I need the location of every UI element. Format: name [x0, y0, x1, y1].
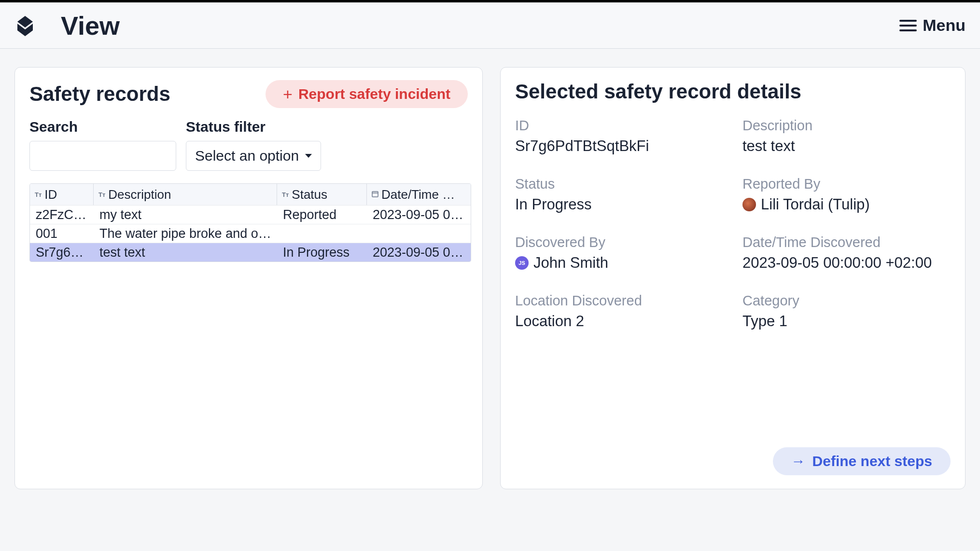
svg-rect-3 [372, 192, 378, 197]
define-button-label: Define next steps [812, 453, 932, 469]
field-category: Category Type 1 [742, 293, 951, 330]
table-row[interactable]: z2FzC… my text Reported 2023-09-05 0… [30, 205, 471, 224]
table-row[interactable]: 001 The water pipe broke and o… [30, 224, 471, 243]
safety-records-panel: Safety records + Report safety incident … [14, 67, 483, 489]
field-status: Status In Progress [515, 176, 723, 213]
text-type-icon: Tт [35, 191, 42, 198]
status-filter-placeholder: Select an option [195, 148, 299, 164]
record-details-panel: Selected safety record details ID Sr7g6P… [500, 67, 966, 489]
column-header-status[interactable]: Tт Status [277, 184, 367, 205]
app-logo [14, 15, 36, 36]
records-table: Tт ID Tт Description Tт Status Date/Time… [29, 183, 471, 262]
field-reported-by: Reported By Lili Tordai (Tulip) [742, 176, 951, 213]
column-header-date[interactable]: Date/Time … [367, 184, 471, 205]
plus-icon: + [283, 86, 293, 102]
table-header-row: Tт ID Tт Description Tт Status Date/Time… [30, 184, 471, 205]
column-header-description[interactable]: Tт Description [94, 184, 277, 205]
field-id: ID Sr7g6PdTBtSqtBkFi [515, 118, 723, 155]
menu-label: Menu [923, 16, 966, 35]
avatar: JS [515, 256, 529, 270]
field-date-discovered: Date/Time Discovered 2023-09-05 00:00:00… [742, 234, 951, 272]
search-label: Search [29, 119, 176, 135]
details-title: Selected safety record details [515, 80, 951, 103]
status-filter-group: Status filter Select an option [186, 119, 321, 171]
avatar [742, 198, 756, 211]
column-header-id[interactable]: Tт ID [30, 184, 94, 205]
search-input[interactable] [29, 141, 176, 171]
hamburger-icon [899, 20, 917, 31]
menu-button[interactable]: Menu [899, 16, 966, 35]
table-row[interactable]: Sr7g6… test text In Progress 2023-09-05 … [30, 243, 471, 262]
field-location: Location Discovered Location 2 [515, 293, 723, 330]
text-type-icon: Tт [98, 191, 105, 198]
search-filter-group: Search [29, 119, 176, 171]
report-incident-button[interactable]: + Report safety incident [266, 80, 468, 108]
safety-records-title: Safety records [29, 83, 170, 106]
report-button-label: Report safety incident [298, 86, 450, 102]
field-discovered-by: Discovered By JS John Smith [515, 234, 723, 272]
status-filter-label: Status filter [186, 119, 321, 135]
status-filter-select[interactable]: Select an option [186, 141, 321, 171]
field-description: Description test text [742, 118, 951, 155]
chevron-down-icon [305, 154, 312, 158]
page-title: View [61, 11, 120, 41]
app-header: View Menu [0, 2, 980, 49]
date-type-icon [372, 191, 378, 199]
define-next-steps-button[interactable]: → Define next steps [773, 447, 951, 475]
text-type-icon: Tт [282, 191, 289, 198]
arrow-right-icon: → [791, 453, 806, 469]
